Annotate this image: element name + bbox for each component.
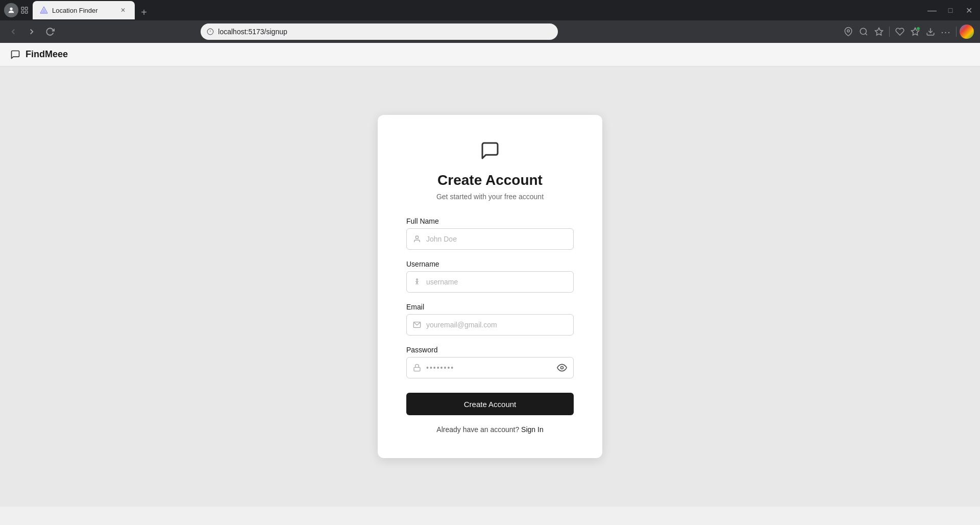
- person-icon: [413, 235, 421, 243]
- app-header: FindMeee: [0, 43, 980, 66]
- new-tab-button[interactable]: +: [137, 5, 151, 19]
- card-logo: [479, 139, 501, 162]
- person-figure-icon: [413, 278, 421, 286]
- svg-point-23: [561, 367, 564, 369]
- back-button[interactable]: [6, 25, 20, 39]
- password-input[interactable]: [426, 364, 557, 372]
- location-icon[interactable]: [841, 25, 855, 39]
- search-icon[interactable]: [856, 25, 871, 39]
- email-label: Email: [406, 303, 574, 311]
- svg-marker-13: [875, 28, 883, 35]
- tab-bar: Location Finder ✕ +: [29, 1, 155, 19]
- address-bar[interactable]: localhost:5173/signup: [201, 23, 558, 40]
- address-text: localhost:5173/signup: [218, 28, 552, 36]
- app-logo-text: FindMeee: [26, 49, 68, 60]
- main-content: Create Account Get started with your fre…: [0, 66, 980, 507]
- extensions-icon[interactable]: [893, 25, 907, 39]
- svg-point-11: [860, 28, 866, 34]
- svg-line-12: [865, 33, 867, 35]
- tab-close-btn[interactable]: ✕: [118, 6, 128, 15]
- tab-overview-btn[interactable]: [20, 6, 29, 14]
- svg-line-20: [417, 282, 418, 285]
- create-account-button[interactable]: Create Account: [406, 393, 574, 415]
- email-input[interactable]: [426, 321, 567, 329]
- browser-chrome: Location Finder ✕ + — □ ✕: [0, 0, 980, 43]
- title-bar: Location Finder ✕ + — □ ✕: [0, 0, 980, 20]
- full-name-input[interactable]: [426, 235, 567, 243]
- page-content: FindMeee Create Account Get started with…: [0, 43, 980, 507]
- username-label: Username: [406, 260, 574, 268]
- svg-point-17: [416, 279, 418, 280]
- tab-title: Location Finder: [52, 7, 114, 14]
- more-options-icon[interactable]: ···: [939, 25, 953, 39]
- password-toggle-icon[interactable]: [557, 363, 567, 373]
- toolbar-right: ···: [841, 25, 974, 39]
- signin-link[interactable]: Sign In: [521, 425, 544, 434]
- toolbar-divider-2: [956, 27, 957, 37]
- full-name-group: Full Name: [406, 217, 574, 250]
- app-logo-icon: [10, 50, 20, 60]
- card-subtitle: Get started with your free account: [436, 193, 544, 201]
- minimize-button[interactable]: —: [925, 3, 939, 17]
- signup-card: Create Account Get started with your fre…: [378, 115, 602, 458]
- downloads-icon[interactable]: [923, 25, 938, 39]
- svg-point-0: [10, 8, 12, 10]
- full-name-input-wrapper: [406, 228, 574, 250]
- svg-rect-3: [21, 11, 24, 13]
- address-bar-row: localhost:5173/signup: [0, 20, 980, 43]
- username-group: Username: [406, 260, 574, 293]
- envelope-icon: [413, 321, 421, 329]
- lock-icon: [413, 364, 421, 372]
- password-label: Password: [406, 346, 574, 354]
- toolbar-divider: [889, 27, 890, 37]
- browser-profile-button[interactable]: [960, 25, 974, 39]
- password-input-wrapper: [406, 357, 574, 378]
- signin-link-text: Already have an account? Sign In: [436, 425, 543, 434]
- email-group: Email: [406, 303, 574, 336]
- forward-button[interactable]: [24, 25, 39, 39]
- favorites-icon[interactable]: [908, 25, 922, 39]
- username-input[interactable]: [426, 278, 567, 286]
- reload-button[interactable]: [43, 25, 57, 39]
- email-input-wrapper: [406, 314, 574, 336]
- svg-rect-1: [21, 7, 24, 10]
- maximize-button[interactable]: □: [943, 3, 958, 17]
- password-group: Password: [406, 346, 574, 378]
- bookmark-icon[interactable]: [872, 25, 886, 39]
- tab-favicon: [40, 6, 48, 14]
- username-input-wrapper: [406, 271, 574, 293]
- card-title: Create Account: [437, 172, 543, 188]
- full-name-label: Full Name: [406, 217, 574, 225]
- profile-icon[interactable]: [4, 3, 18, 17]
- security-icon: [207, 28, 214, 35]
- svg-rect-2: [25, 7, 28, 10]
- active-tab[interactable]: Location Finder ✕: [33, 1, 135, 19]
- svg-rect-4: [25, 11, 28, 13]
- svg-point-16: [415, 236, 418, 238]
- svg-point-10: [847, 30, 850, 32]
- svg-rect-22: [414, 367, 420, 371]
- close-button[interactable]: ✕: [962, 3, 976, 17]
